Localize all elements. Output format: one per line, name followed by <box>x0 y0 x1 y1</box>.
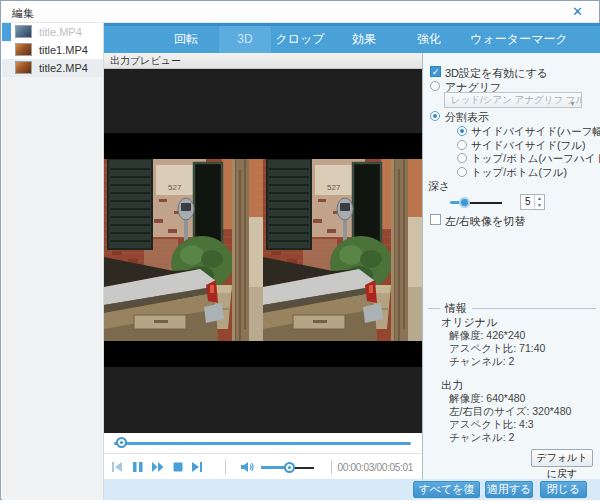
footer-bar: すべてを復元する 適用する 閉じる <box>104 479 600 500</box>
restore-default-button[interactable]: デフォルトに戻す <box>531 449 593 467</box>
enable-3d-row: ✓ 3D設定を有効にする <box>423 65 600 79</box>
anaglyph-mode-value: レッド/シアン アナグリフ フルカラー <box>451 94 582 105</box>
right-eye-image <box>263 159 422 341</box>
tab-bar: 回転 3D クロップ 効果 強化 ウォーターマーク <box>104 23 600 53</box>
skip-back-icon[interactable] <box>112 461 124 473</box>
file-list: title.MP4 title1.MP4 title2.MP4 <box>2 23 104 500</box>
playback-controls: 00:00:03/00:05:01 <box>104 453 422 479</box>
depth-value: 5 <box>521 195 534 209</box>
volume-track-empty[interactable] <box>292 467 314 469</box>
side-by-side-half-radio[interactable] <box>457 126 467 136</box>
close-button[interactable]: 閉じる <box>540 481 587 498</box>
screen: 編集 ✕ title.MP4 title1.MP4 title2.MP4 回転 … <box>0 0 600 504</box>
divider <box>225 460 226 474</box>
anaglyph-row: アナグリフ <box>423 79 600 93</box>
chevron-down-icon: ▼ <box>569 97 576 108</box>
tab-effect[interactable]: 効果 <box>339 26 389 53</box>
selection-indicator <box>2 23 11 41</box>
depth-track-empty[interactable] <box>467 202 502 204</box>
spin-up-icon[interactable]: ▲ <box>535 195 544 202</box>
spinner-arrows: ▲ ▼ <box>534 195 544 209</box>
depth-label: 深さ <box>428 179 450 194</box>
file-item-1[interactable]: title.MP4 <box>2 23 103 41</box>
file-name: title.MP4 <box>39 26 82 38</box>
split-option-label: トップ/ボトム(フル) <box>471 166 567 180</box>
output-aspect-ratio: アスペクト比: 4:3 <box>449 418 534 432</box>
info-section-header: 情報 <box>428 301 596 315</box>
time-display: 00:00:03/00:05:01 <box>337 462 413 473</box>
tab-3d[interactable]: 3D <box>219 26 271 53</box>
tab-watermark[interactable]: ウォーターマーク <box>464 26 574 53</box>
dialog-title: 編集 <box>12 6 34 21</box>
close-icon[interactable]: ✕ <box>572 4 583 19</box>
seek-handle-dot <box>120 441 123 444</box>
depth-slider-handle[interactable] <box>459 197 470 208</box>
split-radio[interactable] <box>430 111 440 121</box>
apply-button[interactable]: 適用する <box>485 481 533 498</box>
original-aspect-ratio: アスペクト比: 71:40 <box>449 342 545 356</box>
restore-all-button[interactable]: すべてを復元する <box>413 481 480 498</box>
swap-lr-label: 左/右映像を切替 <box>445 214 525 229</box>
volume-handle[interactable] <box>284 462 295 473</box>
split-option-row: サイドバイサイド(フル) <box>423 138 600 152</box>
stop-icon[interactable] <box>172 461 184 473</box>
video-frame-image <box>104 159 422 341</box>
file-item-2[interactable]: title1.MP4 <box>2 41 103 59</box>
divider-line <box>472 308 596 309</box>
edit-dialog: 編集 ✕ title.MP4 title1.MP4 title2.MP4 回転 … <box>0 0 600 500</box>
tab-crop[interactable]: クロップ <box>269 26 331 53</box>
tab-rotate[interactable]: 回転 <box>154 26 218 53</box>
output-resolution: 解像度: 640*480 <box>449 392 525 406</box>
side-by-side-full-radio[interactable] <box>457 140 467 150</box>
output-heading: 出力 <box>441 378 463 393</box>
left-eye-image <box>104 159 263 341</box>
split-option-row: トップ/ボトム(ハーフハイト) <box>423 151 600 165</box>
enable-3d-checkbox[interactable]: ✓ <box>430 66 441 77</box>
file-thumbnail <box>15 25 32 38</box>
settings-panel-3d: ✓ 3D設定を有効にする アナグリフ レッド/シアン アナグリフ フルカラー ▼… <box>422 53 600 479</box>
swap-lr-checkbox[interactable] <box>430 214 441 225</box>
file-name: title1.MP4 <box>39 44 88 56</box>
spin-down-icon[interactable]: ▼ <box>535 202 544 209</box>
split-row: 分割表示 <box>423 109 600 123</box>
depth-spinner: 5 ▲ ▼ <box>520 194 545 210</box>
title-bar: 編集 ✕ <box>2 2 599 23</box>
file-thumbnail <box>15 43 32 56</box>
info-title: 情報 <box>440 301 472 316</box>
fast-forward-icon[interactable] <box>152 461 164 473</box>
file-item-3[interactable]: title2.MP4 <box>2 59 103 77</box>
anaglyph-mode-select[interactable]: レッド/シアン アナグリフ フルカラー ▼ <box>444 92 582 108</box>
divider <box>331 460 332 474</box>
seek-track[interactable] <box>114 442 411 445</box>
split-option-row: サイドバイサイド(ハーフ幅) <box>423 124 600 138</box>
file-thumbnail <box>15 61 32 74</box>
top-bottom-full-radio[interactable] <box>457 167 467 177</box>
skip-forward-icon[interactable] <box>191 461 203 473</box>
file-name: title2.MP4 <box>39 62 88 74</box>
volume-handle-dot <box>288 466 291 469</box>
divider-line <box>428 308 440 309</box>
original-resolution: 解像度: 426*240 <box>449 329 525 343</box>
anaglyph-radio[interactable] <box>430 81 440 91</box>
top-bottom-half-radio[interactable] <box>457 153 467 163</box>
tab-enhance[interactable]: 強化 <box>404 26 454 53</box>
swap-lr-row: 左/右映像を切替 <box>423 213 600 227</box>
speaker-icon[interactable] <box>241 461 255 473</box>
split-label: 分割表示 <box>445 110 489 125</box>
seek-handle[interactable] <box>116 437 127 448</box>
original-heading: オリジナル <box>441 315 497 330</box>
output-channels: チャンネル: 2 <box>449 431 514 445</box>
original-channels: チャンネル: 2 <box>449 355 514 369</box>
preview-header: 出力プレビュー <box>104 53 422 69</box>
pause-icon[interactable] <box>132 461 144 473</box>
seek-bar-row <box>104 433 422 453</box>
output-eye-size: 左/右目のサイズ: 320*480 <box>449 405 571 419</box>
video-preview-area <box>104 69 422 433</box>
split-option-row: トップ/ボトム(フル) <box>423 165 600 179</box>
